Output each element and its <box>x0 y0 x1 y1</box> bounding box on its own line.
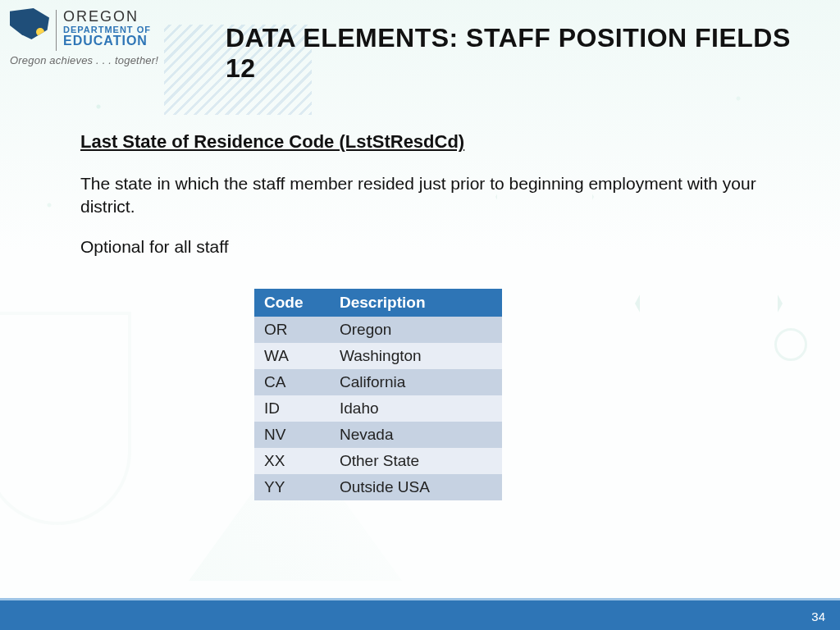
logo-tagline: Oregon achieves . . . together! <box>10 54 182 66</box>
cell-code: OR <box>254 317 330 343</box>
cell-code: NV <box>254 422 330 448</box>
cell-code: CA <box>254 369 330 395</box>
decorative-circle <box>774 328 807 361</box>
logo-divider <box>56 10 57 51</box>
cell-code: XX <box>254 448 330 474</box>
field-description: The state in which the staff member resi… <box>80 172 769 219</box>
logo-block: OREGON DEPARTMENT OF EDUCATION Oregon ac… <box>10 8 182 66</box>
slide: OREGON DEPARTMENT OF EDUCATION Oregon ac… <box>0 0 840 630</box>
cell-description: California <box>330 369 502 395</box>
table-header-row: Code Description <box>254 289 502 317</box>
cell-code: ID <box>254 395 330 422</box>
logo-text: OREGON DEPARTMENT OF EDUCATION <box>63 8 151 48</box>
logo-line1: OREGON <box>63 8 151 25</box>
cell-code: YY <box>254 474 330 500</box>
table-body: OR Oregon WA Washington CA California ID… <box>254 317 502 500</box>
table-row: ID Idaho <box>254 395 502 422</box>
table-header-code: Code <box>254 289 330 317</box>
cell-description: Oregon <box>330 317 502 343</box>
table-row: OR Oregon <box>254 317 502 343</box>
table-row: XX Other State <box>254 448 502 474</box>
slide-title: DATA ELEMENTS: STAFF POSITION FIELDS 12 <box>226 23 807 84</box>
cell-description: Outside USA <box>330 474 502 500</box>
cell-description: Idaho <box>330 395 502 422</box>
cell-description: Nevada <box>330 422 502 448</box>
field-optional-note: Optional for all staff <box>80 237 774 257</box>
oregon-state-icon <box>10 8 49 39</box>
table-row: NV Nevada <box>254 422 502 448</box>
cell-description: Other State <box>330 448 502 474</box>
table-row: CA California <box>254 369 502 395</box>
field-name: Last State of Residence Code (LstStResdC… <box>80 131 774 153</box>
footer-bar: 34 <box>0 600 840 630</box>
content-block: Last State of Residence Code (LstStResdC… <box>80 131 774 267</box>
code-table: Code Description OR Oregon WA Washington… <box>254 289 502 500</box>
table-row: WA Washington <box>254 343 502 369</box>
decorative-flask <box>0 312 131 525</box>
table-row: YY Outside USA <box>254 474 502 500</box>
cell-description: Washington <box>330 343 502 369</box>
page-number: 34 <box>811 609 825 623</box>
logo-line3: EDUCATION <box>63 34 151 48</box>
cell-code: WA <box>254 343 330 369</box>
table-header-description: Description <box>330 289 502 317</box>
